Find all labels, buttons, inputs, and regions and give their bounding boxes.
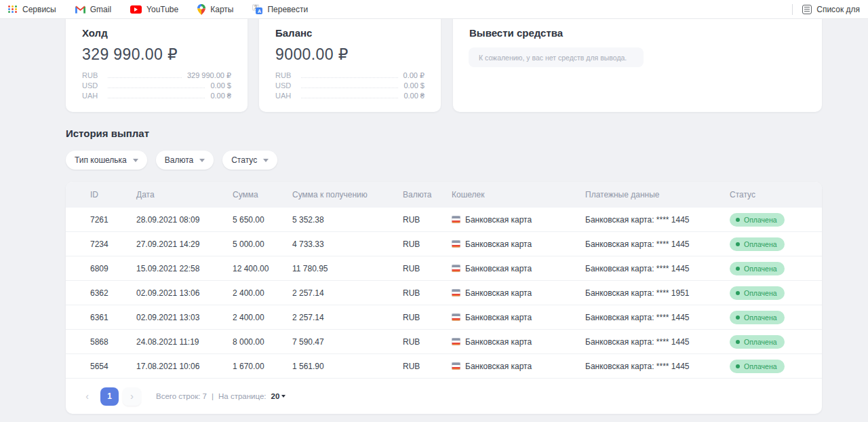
hold-card: Холд 329 990.00 ₽ RUB 329 990.00 ₽ USD 0… [66, 12, 248, 112]
cell-receive-amount: 2 257.14 [292, 288, 403, 298]
column-header-payment: Платежные данные [585, 190, 730, 199]
bank-card-icon [452, 289, 460, 296]
currency-row: UAH 0.00 ₴ [82, 92, 231, 102]
withdraw-card: Вывести средства К сожалению, у вас нет … [453, 12, 822, 112]
per-page-select[interactable]: 20 [271, 392, 286, 400]
cell-id: 5868 [90, 337, 136, 347]
filter-currency[interactable]: Валюта [156, 151, 214, 170]
table-row[interactable]: 7261 28.09.2021 08:09 5 650.00 5 352.38 … [66, 208, 822, 232]
rows-total-label: Всего строк: 7 [156, 392, 207, 400]
status-badge: Оплачена [730, 237, 785, 251]
dashboard-page: Холд 329 990.00 ₽ RUB 329 990.00 ₽ USD 0… [0, 19, 868, 422]
cell-date: 15.09.2021 22:58 [136, 264, 233, 273]
cell-id: 6362 [90, 288, 136, 298]
cell-status: Оплачена [730, 311, 822, 324]
reading-list-icon [802, 5, 812, 14]
cell-date: 02.09.2021 13:03 [136, 313, 233, 322]
column-header-amount: Сумма [233, 190, 292, 199]
leader-line [301, 77, 398, 78]
cell-wallet: Банковская карта [452, 313, 585, 322]
status-dot-icon [736, 315, 740, 320]
table-row[interactable]: 5868 24.08.2021 11:19 8 000.00 7 590.47 … [66, 330, 822, 354]
currency-amount: 0.00 ₽ [403, 71, 425, 80]
cell-currency: RUB [403, 362, 452, 371]
next-page-button[interactable]: › [123, 387, 141, 406]
cell-payment-details: Банковская карта: **** 1445 [585, 239, 730, 249]
cell-payment-details: Банковская карта: **** 1445 [585, 362, 730, 371]
wallet-label: Банковская карта [465, 239, 532, 249]
wallet-label: Банковская карта [465, 313, 532, 322]
bookmark-maps[interactable]: Карты [197, 4, 233, 15]
translate-icon: 文A [252, 4, 262, 14]
table-header: ID Дата Сумма Сумма к получению Валюта К… [66, 182, 822, 208]
cell-amount: 5 000.00 [233, 239, 292, 249]
leader-line [301, 88, 398, 88]
filter-wallet-type[interactable]: Тип кошелька [66, 151, 147, 170]
apps-grid-icon [8, 5, 18, 13]
cell-receive-amount: 4 733.33 [292, 239, 403, 249]
wallet-label: Банковская карта [465, 362, 532, 371]
cell-receive-amount: 7 590.47 [292, 337, 403, 347]
bookmark-translate[interactable]: 文A Перевести [252, 4, 308, 14]
currency-label: RUB [275, 71, 296, 79]
cell-payment-details: Банковская карта: **** 1445 [585, 337, 730, 347]
cell-id: 5654 [90, 362, 136, 371]
column-header-status: Статус [730, 190, 822, 199]
column-header-wallet: Кошелек [452, 190, 585, 199]
table-row[interactable]: 6361 02.09.2021 13:03 2 400.00 2 257.14 … [66, 305, 822, 330]
cell-status: Оплачена [730, 360, 822, 373]
table-row[interactable]: 6362 02.09.2021 13:06 2 400.00 2 257.14 … [66, 281, 822, 305]
cell-currency: RUB [403, 337, 452, 347]
cell-wallet: Банковская карта [452, 239, 585, 249]
bookmark-services[interactable]: Сервисы [8, 5, 56, 14]
column-header-id: ID [90, 190, 136, 199]
cell-amount: 2 400.00 [233, 288, 292, 298]
status-label: Оплачена [744, 362, 777, 370]
gmail-icon [75, 5, 85, 14]
status-badge: Оплачена [730, 213, 785, 227]
cell-id: 6809 [90, 264, 136, 273]
filter-status[interactable]: Статус [222, 151, 277, 170]
cell-status: Оплачена [730, 262, 822, 275]
currency-row: RUB 329 990.00 ₽ [82, 71, 231, 81]
bookmark-label: Список для [816, 5, 860, 14]
status-label: Оплачена [744, 289, 777, 297]
cell-id: 7234 [90, 239, 136, 249]
cell-date: 27.09.2021 14:29 [136, 239, 233, 249]
filter-label: Статус [231, 155, 257, 165]
table-row[interactable]: 7234 27.09.2021 14:29 5 000.00 4 733.33 … [66, 232, 822, 256]
wallet-label: Банковская карта [465, 337, 532, 347]
table-row[interactable]: 5654 17.08.2021 10:06 1 670.00 1 561.90 … [66, 354, 822, 379]
cell-status: Оплачена [730, 213, 822, 227]
bookmark-label: YouTube [146, 5, 178, 14]
cell-date: 24.08.2021 11:19 [136, 337, 233, 347]
cell-currency: RUB [403, 215, 452, 225]
per-page-label: На странице: [218, 392, 267, 400]
status-label: Оплачена [744, 216, 777, 224]
bank-card-icon [452, 216, 460, 223]
hold-total-amount: 329 990.00 ₽ [82, 45, 231, 64]
cell-wallet: Банковская карта [452, 288, 585, 298]
balance-card: Баланс 9000.00 ₽ RUB 0.00 ₽ USD 0.00 $ U… [259, 12, 441, 112]
cell-wallet: Банковская карта [452, 337, 585, 347]
prev-page-button[interactable]: ‹ [78, 387, 96, 406]
status-dot-icon [736, 364, 740, 368]
bank-card-icon [452, 265, 460, 272]
table-row[interactable]: 6809 15.09.2021 22:58 12 400.00 11 780.9… [66, 256, 822, 281]
chevron-down-icon [281, 395, 285, 398]
cell-payment-details: Банковская карта: **** 1951 [585, 288, 730, 298]
wallet-label: Банковская карта [465, 215, 532, 225]
cell-amount: 5 650.00 [233, 215, 292, 225]
page-1-button[interactable]: 1 [100, 387, 119, 406]
cell-wallet: Банковская карта [452, 362, 585, 371]
bookmark-youtube[interactable]: YouTube [130, 5, 178, 14]
currency-row: USD 0.00 $ [82, 81, 231, 92]
payouts-table: ID Дата Сумма Сумма к получению Валюта К… [66, 182, 822, 414]
bookmark-reading-list[interactable]: Список для [802, 5, 860, 14]
browser-bookmarks-bar: Сервисы Gmail YouTube [0, 0, 868, 19]
bank-card-icon [452, 338, 460, 345]
wallet-label: Банковская карта [465, 264, 532, 273]
bookmark-gmail[interactable]: Gmail [75, 5, 111, 14]
cell-receive-amount: 11 780.95 [292, 264, 403, 273]
history-section-title: История выплат [66, 128, 149, 139]
